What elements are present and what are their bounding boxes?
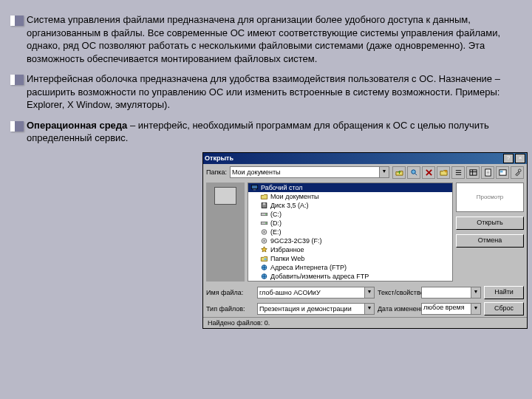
tools-icon[interactable] (511, 166, 524, 179)
svg-rect-9 (263, 203, 265, 205)
svg-point-5 (518, 169, 521, 172)
bullet-marker (10, 75, 24, 85)
web-folder-icon (260, 255, 268, 262)
list-view-icon[interactable] (451, 166, 465, 179)
tree-item[interactable]: (C:) (248, 210, 452, 219)
date-combo[interactable]: любое время ▼ (421, 303, 481, 315)
star-icon (260, 246, 268, 253)
svg-rect-1 (469, 170, 476, 175)
svg-point-15 (264, 231, 265, 233)
text-prop-combo[interactable]: ▼ (421, 287, 481, 299)
folder-icon (260, 193, 268, 200)
globe-icon (260, 273, 268, 280)
filetype-label: Тип файлов: (206, 305, 254, 313)
status-bar: Найдено файлов: 0. (203, 317, 527, 328)
paragraph-2: Интерфейсная оболочка предназначена для … (27, 72, 522, 112)
chevron-down-icon: ▼ (364, 287, 374, 298)
tree-item[interactable]: Диск 3,5 (A:) (248, 201, 452, 210)
svg-point-11 (265, 214, 266, 214)
places-slot[interactable] (214, 187, 236, 205)
close-button[interactable]: × (515, 154, 525, 163)
desktop-icon (250, 184, 259, 191)
text-prop-label: Текст/свойство: (378, 289, 418, 296)
bullet-marker (10, 16, 24, 26)
bullet-marker (10, 121, 24, 132)
properties-icon[interactable] (481, 166, 494, 179)
open-dialog: Открыть ? × Папка: Мои документы ▼ (202, 152, 528, 329)
svg-rect-4 (499, 171, 502, 173)
open-button[interactable]: Открыть (456, 216, 524, 230)
tree-item[interactable]: Добавить/изменить адреса FTP (248, 272, 452, 281)
tree-desktop[interactable]: Рабочий стол (248, 183, 452, 192)
titlebar: Открыть ? × (203, 153, 527, 164)
tree-item[interactable]: Мои документы (248, 192, 452, 201)
chevron-down-icon: ▼ (379, 167, 389, 177)
web-search-icon[interactable] (407, 166, 420, 179)
preview-icon[interactable] (496, 166, 509, 179)
paragraph-3: Операционная среда – интерфейс, необходи… (27, 119, 522, 145)
svg-point-13 (265, 222, 266, 223)
cd-icon (260, 237, 268, 245)
date-label: Дата изменения: (378, 305, 418, 313)
tree-item[interactable]: Избранное (248, 245, 452, 254)
lookin-combo[interactable]: Мои документы ▼ (230, 166, 389, 178)
tree-item[interactable]: 9GC23-2C39 (F:) (248, 236, 452, 245)
tree-item[interactable]: Папки Web (248, 254, 452, 263)
lookin-label: Папка: (206, 168, 227, 176)
filename-label: Имя файла: (206, 289, 254, 296)
filetype-combo[interactable]: Презентация и демонстрации ▼ (257, 303, 375, 315)
reset-button[interactable]: Сброс (484, 302, 524, 316)
chevron-down-icon: ▼ (364, 304, 374, 314)
floppy-icon (260, 202, 268, 209)
preview-pane: Просмотр (456, 183, 524, 212)
svg-point-17 (264, 240, 265, 242)
cancel-button[interactable]: Отмена (456, 234, 524, 248)
lookin-value: Мои документы (232, 168, 281, 176)
tree-item[interactable]: (E:) (248, 228, 452, 236)
find-button[interactable]: Найти (484, 286, 524, 299)
help-button[interactable]: ? (503, 154, 514, 163)
dialog-title: Открыть (205, 154, 502, 162)
drive-icon (260, 219, 268, 227)
filename-combo[interactable]: глоб-ашно АСОИиУ ▼ (257, 287, 375, 299)
svg-point-18 (265, 258, 267, 260)
up-folder-icon[interactable] (392, 166, 406, 179)
delete-icon[interactable] (422, 166, 435, 179)
details-view-icon[interactable] (466, 166, 480, 179)
chevron-down-icon: ▼ (471, 287, 480, 298)
paragraph-1: Система управления файлами предназначена… (27, 13, 522, 65)
places-bar (206, 183, 245, 282)
toolbar: Папка: Мои документы ▼ (203, 164, 527, 181)
new-folder-icon[interactable] (437, 166, 450, 179)
para3-term: Операционная среда (27, 120, 127, 131)
file-list[interactable]: Рабочий стол Мои документы Диск 3,5 (A:)… (248, 183, 453, 282)
svg-rect-7 (253, 189, 256, 190)
tree-item[interactable]: (D:) (248, 219, 452, 228)
tree-item[interactable]: Адреса Интернета (FTP) (248, 263, 452, 272)
chevron-down-icon: ▼ (471, 304, 480, 314)
cd-icon (260, 228, 268, 236)
svg-rect-6 (251, 185, 257, 189)
globe-icon (260, 264, 268, 271)
drive-icon (260, 211, 268, 218)
